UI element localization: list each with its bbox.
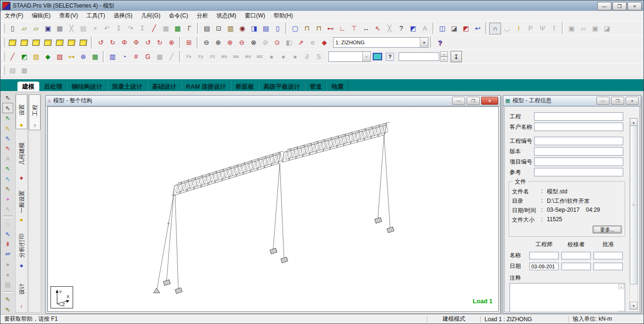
zoom-selection-icon[interactable]: ⊙: [271, 37, 283, 49]
sign-input-名称-2[interactable]: [594, 252, 623, 259]
view-front-icon[interactable]: [18, 37, 30, 49]
view-bottom-icon[interactable]: [77, 37, 89, 49]
add-plate-icon[interactable]: ▨: [30, 51, 42, 63]
close-button[interactable]: ×: [627, 2, 642, 10]
zoom-previous-icon[interactable]: ⊖: [201, 37, 212, 49]
beams-cursor-icon[interactable]: ⇖: [2, 113, 13, 123]
four-windows-icon[interactable]: ⊞: [183, 37, 195, 49]
geometry-cursor-icon[interactable]: ⇖: [2, 174, 13, 184]
rotate-up-icon[interactable]: Φ: [118, 37, 130, 49]
export-report-icon[interactable]: ◨: [248, 23, 260, 34]
tab-建模[interactable]: 建模: [17, 82, 39, 91]
apply-button[interactable]: ↧: [451, 51, 462, 62]
take-picture-icon[interactable]: ◉: [236, 23, 248, 34]
tab-钢结构设计[interactable]: 钢结构设计: [67, 82, 107, 91]
minimize-button[interactable]: —: [597, 2, 611, 10]
rotate-left-icon[interactable]: ↺: [95, 37, 107, 49]
ruler-doc-icon[interactable]: ⊓: [313, 23, 325, 34]
more-button[interactable]: 更多...: [593, 225, 622, 233]
insert-node-icon[interactable]: ⊶: [66, 51, 77, 63]
menu-item-查看[interactable]: 查看(V): [55, 10, 82, 21]
ibeam-section-icon[interactable]: I: [513, 23, 525, 34]
view-minimize-button[interactable]: —: [452, 97, 465, 105]
view-top-icon[interactable]: [66, 37, 77, 49]
print-icon[interactable]: ▤: [201, 23, 213, 34]
menu-item-分析[interactable]: 分析: [192, 10, 212, 21]
menu-item-窗口[interactable]: 窗口(W): [241, 10, 269, 21]
arch-icon[interactable]: ∩: [489, 23, 501, 34]
view-right-icon[interactable]: [54, 37, 66, 49]
info-close-button[interactable]: ×: [626, 97, 639, 105]
tab-混凝土设计[interactable]: 混凝土设计: [107, 82, 147, 91]
ruler-icon[interactable]: ⊓: [301, 23, 313, 34]
af-cursor-icon[interactable]: AF: [2, 249, 13, 259]
preview-report-icon[interactable]: ▯: [272, 23, 284, 34]
rotate-right-icon[interactable]: ↻: [107, 37, 118, 49]
hammer-icon[interactable]: Γ: [184, 23, 195, 34]
sign-input-日期-1[interactable]: [561, 263, 591, 270]
field-input-版本[interactable]: [534, 147, 623, 156]
view-back-icon[interactable]: [30, 37, 42, 49]
field-input-工程编号[interactable]: [534, 137, 623, 145]
support-dimension-icon[interactable]: ⊤: [348, 23, 360, 34]
tab-高级平板设计[interactable]: 高级平板设计: [259, 82, 305, 91]
geodesic-dome-icon[interactable]: ⊛: [77, 51, 89, 63]
dynamic-rotate-icon[interactable]: ⊕: [166, 37, 177, 49]
rotate-geometry-icon[interactable]: G: [142, 51, 154, 63]
field-input-参考[interactable]: [534, 168, 623, 176]
sign-input-日期-2[interactable]: [594, 263, 623, 270]
tab-桥面板[interactable]: 桥面板: [231, 82, 259, 91]
zoom-crosshair-icon[interactable]: ⊕: [212, 37, 224, 49]
node-grid-icon[interactable]: ⇖: [2, 294, 13, 304]
value-input[interactable]: [399, 52, 439, 61]
crosshair-cursor-icon[interactable]: +: [2, 194, 13, 204]
scroll-down-icon[interactable]: ▼: [630, 302, 637, 309]
print-preview-icon[interactable]: ⊡: [213, 23, 225, 34]
mirror-icon[interactable]: #: [130, 51, 142, 63]
measure-distance-icon[interactable]: ↔: [360, 23, 372, 34]
save-icon[interactable]: ▣: [42, 23, 54, 34]
view-restore-button[interactable]: ❐: [467, 97, 480, 105]
report-setup-icon[interactable]: ▥: [225, 23, 236, 34]
dynamic-zoom-icon[interactable]: ⇗: [295, 37, 307, 49]
spin-right-icon[interactable]: ↻: [154, 37, 166, 49]
sign-input-日期-0[interactable]: [529, 263, 559, 270]
menu-item-几何[interactable]: 几何(G): [137, 10, 165, 21]
info-minimize-button[interactable]: —: [596, 97, 610, 105]
menu-item-状态[interactable]: 状态(M): [212, 10, 241, 21]
add-beam-icon[interactable]: ◩: [18, 51, 30, 63]
import-icon[interactable]: ◪: [448, 23, 460, 34]
query-cursor-icon[interactable]: ⇖: [372, 23, 384, 34]
menu-item-编辑[interactable]: 编辑(E): [27, 10, 55, 21]
value-spinner[interactable]: ▲▼: [440, 51, 448, 62]
zoom-window-icon[interactable]: ⊗: [248, 37, 259, 49]
calc-sheet-icon[interactable]: ◩: [407, 23, 419, 34]
zoom-in-icon[interactable]: ⊕: [224, 37, 236, 49]
sign-input-名称-0[interactable]: [529, 252, 559, 259]
zoom-out-icon[interactable]: ⊖: [236, 37, 248, 49]
beam-dimension-icon[interactable]: ∟: [336, 23, 348, 34]
scroll-up-icon[interactable]: ▲: [630, 118, 637, 126]
infill-plates-icon[interactable]: ▧: [54, 51, 66, 63]
chevron-down-icon[interactable]: ▼: [420, 38, 428, 47]
nodes-cursor-icon[interactable]: ⇖: [2, 93, 13, 103]
tab-基础设计[interactable]: 基础设计: [147, 82, 181, 91]
text-cursor-icon[interactable]: ⇖: [2, 143, 13, 153]
view-left-icon[interactable]: [42, 37, 54, 49]
spin-left-icon[interactable]: ↺: [142, 37, 154, 49]
view-close-button[interactable]: ×: [481, 97, 498, 105]
structure-wizard-icon[interactable]: ◫: [436, 23, 448, 34]
what-is-help-icon[interactable]: ?: [386, 53, 394, 61]
open-structure-icon[interactable]: ▱: [30, 23, 42, 34]
load-cursor-icon[interactable]: ⇟: [2, 239, 13, 249]
menu-item-选择[interactable]: 选择(S): [109, 10, 137, 21]
comments-scroll-up-icon[interactable]: ▲: [618, 284, 624, 289]
pointer-cursor-icon[interactable]: ⇖: [2, 103, 13, 113]
snap-node-beam-icon[interactable]: ╱: [7, 51, 18, 63]
screen-icon[interactable]: [373, 53, 382, 60]
add-solid-icon[interactable]: ◆: [42, 51, 54, 63]
field-input-客户名称[interactable]: [534, 123, 623, 131]
scroll-thumb[interactable]: ≡: [630, 125, 637, 284]
page-tab-分析/打印[interactable]: 分析/打印◆: [16, 225, 27, 270]
rotate-down-icon[interactable]: Φ: [130, 37, 142, 49]
